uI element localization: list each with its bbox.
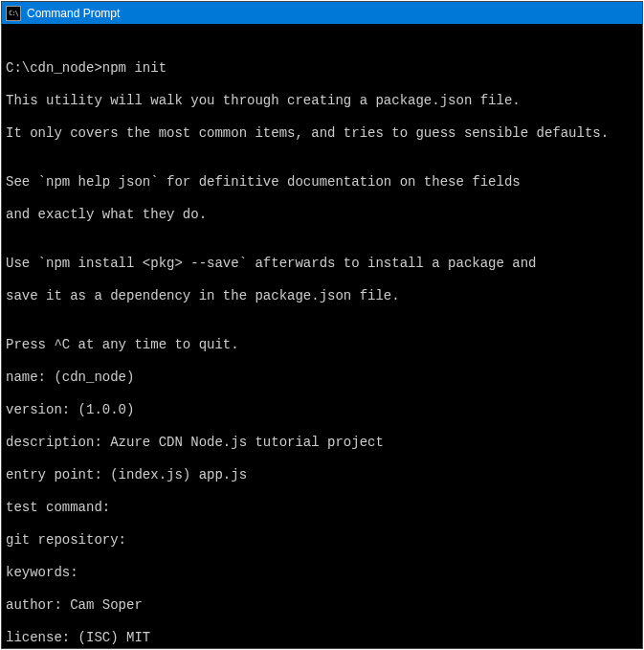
terminal-line: This utility will walk you through creat… bbox=[6, 93, 638, 109]
terminal-line: license: (ISC) MIT bbox=[6, 630, 638, 646]
terminal-line: C:\cdn_node>npm init bbox=[6, 60, 638, 77]
command-prompt-window: C:\ Command Prompt C:\cdn_node>npm init … bbox=[1, 1, 643, 649]
terminal-line: Use `npm install <pkg> --save` afterward… bbox=[6, 256, 638, 272]
terminal-line: test command: bbox=[6, 500, 638, 516]
terminal-line: save it as a dependency in the package.j… bbox=[6, 288, 638, 304]
window-title: Command Prompt bbox=[27, 7, 120, 20]
titlebar[interactable]: C:\ Command Prompt bbox=[2, 2, 642, 24]
terminal-line: version: (1.0.0) bbox=[6, 402, 638, 418]
terminal-line: keywords: bbox=[6, 565, 638, 581]
terminal-line: entry point: (index.js) app.js bbox=[6, 467, 638, 483]
terminal-line: author: Cam Soper bbox=[6, 597, 638, 614]
terminal-line: name: (cdn_node) bbox=[6, 370, 638, 386]
terminal-line: git repository: bbox=[6, 532, 638, 549]
terminal-area[interactable]: C:\cdn_node>npm init This utility will w… bbox=[2, 24, 642, 648]
terminal-line: It only covers the most common items, an… bbox=[6, 125, 638, 142]
terminal-line: See `npm help json` for definitive docum… bbox=[6, 174, 638, 191]
terminal-line: description: Azure CDN Node.js tutorial … bbox=[6, 435, 638, 451]
cmd-icon: C:\ bbox=[6, 6, 21, 21]
terminal-line: and exactly what they do. bbox=[6, 207, 638, 223]
terminal-line: Press ^C at any time to quit. bbox=[6, 337, 638, 353]
